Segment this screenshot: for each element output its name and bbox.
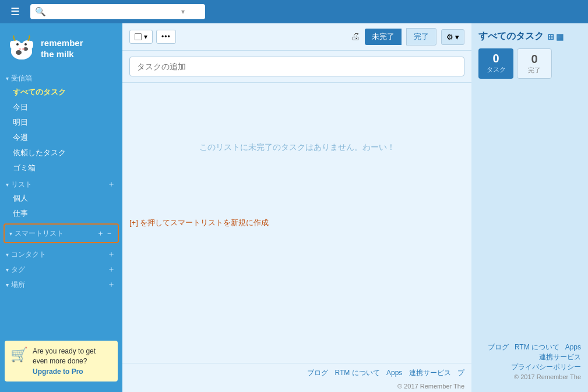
smart-list-label: スマートリスト — [15, 229, 64, 239]
right-footer-link-privacy[interactable]: プライバシーポリシー — [511, 362, 581, 372]
right-panel-title-text: すべてのタスク — [478, 30, 544, 43]
place-label: 場所 — [11, 280, 25, 290]
footer-link-services[interactable]: 連携サービス — [409, 369, 451, 377]
right-footer-link-apps[interactable]: Apps — [565, 343, 581, 351]
svg-point-9 — [22, 48, 24, 50]
list-label: リスト — [11, 180, 32, 190]
menu-button[interactable]: ☰ — [6, 3, 24, 20]
stat-complete-label: 完了 — [523, 66, 545, 75]
footer-links: ブログ RTM について Apps 連携サービス プ — [122, 363, 471, 383]
tag-label: タグ — [11, 265, 25, 275]
smart-list-add-icon[interactable]: ＋ — [97, 228, 104, 239]
tag-arrow-icon: ▾ — [6, 267, 9, 273]
svg-point-8 — [19, 48, 21, 50]
complete-tab[interactable]: 完了 — [406, 28, 436, 46]
contact-label: コンタクト — [11, 250, 46, 260]
smart-list-hint[interactable]: [+] を押してスマートリストを新規に作成 — [122, 212, 471, 234]
svg-point-3 — [11, 43, 32, 60]
print-icon: 🖨 — [351, 32, 360, 41]
list-add-icon[interactable]: ＋ — [107, 179, 115, 190]
checkbox-dropdown-arrow: ▾ — [144, 33, 147, 41]
logo-cow-icon — [7, 34, 36, 63]
upgrade-link[interactable]: Upgrade to Pro — [33, 368, 112, 376]
smart-list-arrow-icon: ▾ — [9, 230, 12, 237]
gear-button[interactable]: ⚙ ▾ — [441, 29, 464, 45]
logo-area: remember the milk — [0, 29, 122, 70]
sidebar-item-all-tasks[interactable]: すべてのタスク — [0, 85, 122, 100]
smart-list-remove-icon[interactable]: － — [105, 228, 113, 239]
task-list-area: このリストに未完了のタスクはありません。わーい！ — [122, 83, 471, 212]
search-icon: 🔍 — [35, 6, 46, 17]
svg-point-6 — [16, 43, 19, 46]
right-footer-copyright: © 2017 Remember The — [471, 373, 581, 380]
inbox-label: 受信箱 — [11, 74, 32, 83]
more-button[interactable]: ••• — [156, 30, 176, 44]
smart-list-section: ▾ スマートリスト ＋ － — [3, 223, 119, 243]
sidebar-item-work[interactable]: 仕事 — [0, 206, 122, 221]
footer-link-about[interactable]: RTM について — [335, 369, 380, 377]
svg-point-7 — [24, 43, 27, 46]
tag-section: ▾ タグ ＋ — [0, 261, 122, 276]
rss-icon[interactable]: ⊞ — [547, 32, 554, 41]
sidebar: remember the milk ▾ 受信箱 すべてのタスク 今日 明日 今週… — [0, 23, 122, 392]
main-content: ▾ ••• 🖨 未完了 完了 ⚙ ▾ このリストに未完了のタスクはありません。わ… — [122, 23, 471, 392]
gear-dropdown-arrow: ▾ — [455, 33, 459, 41]
sidebar-item-trash[interactable]: ゴミ箱 — [0, 160, 122, 176]
right-footer-link-blog[interactable]: ブログ — [488, 342, 509, 352]
right-panel-title: すべてのタスク ⊞ ▦ — [478, 30, 581, 43]
layout: remember the milk ▾ 受信箱 すべてのタスク 今日 明日 今週… — [0, 23, 588, 392]
task-input-area — [122, 51, 471, 83]
stat-complete-count: 0 — [523, 52, 545, 66]
sidebar-item-personal[interactable]: 個人 — [0, 191, 122, 206]
sidebar-item-tomorrow[interactable]: 明日 — [0, 115, 122, 130]
inbox-section[interactable]: ▾ 受信箱 — [0, 70, 122, 85]
stat-box-complete: 0 完了 — [517, 48, 552, 79]
footer-link-blog[interactable]: ブログ — [307, 369, 328, 377]
task-toolbar: ▾ ••• 🖨 未完了 完了 ⚙ ▾ — [122, 23, 471, 51]
tag-add-icon[interactable]: ＋ — [107, 264, 115, 275]
contact-add-icon[interactable]: ＋ — [107, 249, 115, 260]
svg-point-10 — [10, 41, 15, 47]
toolbar-left: ▾ ••• — [129, 30, 176, 44]
checkbox-icon — [135, 33, 142, 40]
contact-arrow-icon: ▾ — [6, 251, 9, 258]
right-footer-link-about[interactable]: RTM について — [515, 342, 559, 352]
place-section: ▾ 場所 ＋ — [0, 276, 122, 291]
topbar: ☰ 🔍 ▾ — [0, 0, 588, 23]
footer-link-apps[interactable]: Apps — [386, 369, 402, 377]
place-add-icon[interactable]: ＋ — [107, 279, 115, 290]
stat-task-label: タスク — [484, 65, 508, 74]
place-arrow-icon: ▾ — [6, 282, 9, 288]
list-section: ▾ リスト ＋ — [0, 176, 122, 191]
stats-row: 0 タスク 0 完了 — [478, 48, 581, 79]
footer-copyright: © 2017 Remember The — [122, 383, 471, 392]
task-input[interactable] — [129, 57, 464, 76]
stat-box-tasks: 0 タスク — [478, 48, 513, 79]
contact-section: ▾ コンタクト ＋ — [0, 246, 122, 261]
upgrade-text: Are you ready to get even more done? — [33, 346, 112, 366]
right-panel: すべてのタスク ⊞ ▦ 0 タスク 0 完了 ブログ RTM について Apps… — [471, 23, 588, 392]
gear-icon: ⚙ — [446, 33, 453, 41]
svg-point-4 — [16, 50, 22, 55]
incomplete-tab[interactable]: 未完了 — [365, 29, 402, 45]
calendar-icon[interactable]: ▦ — [556, 32, 564, 41]
search-container: 🔍 ▾ — [30, 4, 205, 19]
right-footer-link-services[interactable]: 連携サービス — [539, 352, 581, 362]
stat-task-count: 0 — [484, 52, 508, 65]
smart-list-header: ▾ スマートリスト ＋ － — [5, 227, 118, 240]
right-footer: ブログ RTM について Apps 連携サービス プライバシーポリシー © 20… — [471, 342, 581, 380]
print-button[interactable]: 🖨 — [351, 32, 360, 42]
sidebar-item-today[interactable]: 今日 — [0, 100, 122, 115]
logo-text: remember the milk — [41, 37, 83, 60]
footer-link-more[interactable]: プ — [457, 369, 464, 377]
search-input[interactable] — [50, 8, 178, 16]
inbox-arrow-icon: ▾ — [6, 75, 9, 82]
search-dropdown-arrow[interactable]: ▾ — [181, 8, 185, 16]
checkbox-button[interactable]: ▾ — [129, 30, 153, 44]
list-arrow-icon: ▾ — [6, 181, 9, 188]
upgrade-box: 🛒 Are you ready to get even more done? U… — [5, 341, 118, 382]
sidebar-item-this-week[interactable]: 今週 — [0, 130, 122, 145]
svg-point-11 — [29, 41, 33, 47]
sidebar-item-sent[interactable]: 依頼したタスク — [0, 145, 122, 160]
empty-message: このリストに未完了のタスクはありません。わーい！ — [199, 142, 395, 153]
